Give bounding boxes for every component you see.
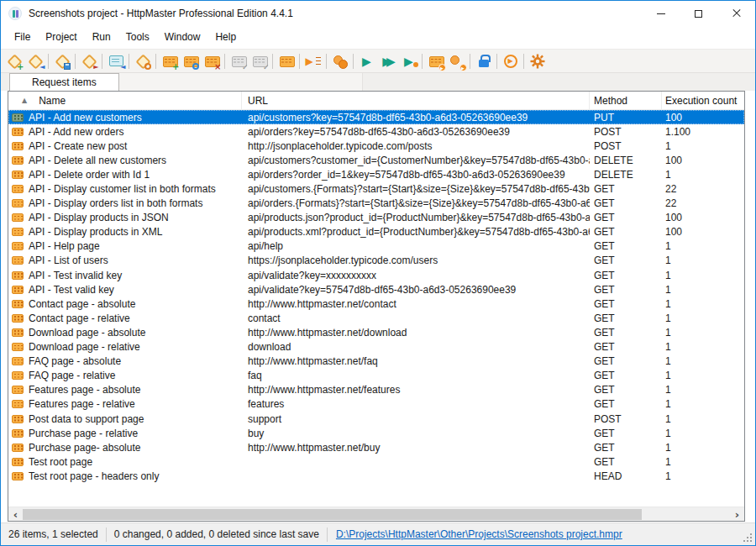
row-method: GET [590, 398, 662, 410]
menu-file[interactable]: File [7, 26, 38, 49]
row-method: GET [590, 240, 662, 252]
minimize-icon [657, 13, 665, 14]
column-header-execution-count[interactable]: Execution count [662, 92, 744, 109]
row-method: GET [590, 341, 662, 353]
request-item-icon [12, 256, 24, 265]
table-row[interactable]: API - Add new customers api/customers?ke… [8, 110, 744, 124]
row-execution-count: 1 [662, 255, 744, 266]
row-url: http://jsonplaceholder.typicode.com/post… [242, 140, 590, 152]
close-button[interactable] [717, 1, 755, 26]
table-row[interactable]: Features page - absolute http://www.http… [8, 383, 744, 397]
row-execution-count: 22 [662, 183, 744, 195]
table-row[interactable]: API - Test invalid key api/validate?key=… [8, 268, 744, 282]
execute-with-data-button[interactable]: ▶ [398, 50, 419, 71]
row-name: API - Display orders list in both format… [29, 197, 202, 209]
row-name: API - Test invalid key [29, 270, 122, 281]
table-row[interactable]: API - Delete all new customers api/custo… [8, 153, 744, 167]
menu-run[interactable]: Run [85, 26, 118, 49]
menu-help[interactable]: Help [207, 26, 244, 49]
row-method: GET [590, 298, 662, 310]
table-row[interactable]: API - Display customer list in both form… [8, 181, 744, 196]
resize-grip[interactable] [750, 540, 752, 542]
table-row[interactable]: FAQ page - relative faq GET 1 [8, 369, 744, 383]
tab-request-items[interactable]: Request items [9, 73, 119, 91]
table-row[interactable]: Purchase page - relative buy GET 1 [8, 426, 744, 440]
column-header-method[interactable]: Method [590, 92, 662, 109]
add-request-item-button[interactable]: + [159, 50, 180, 71]
row-name: Features page - absolute [29, 384, 140, 396]
request-item-icon [12, 314, 24, 323]
table-row[interactable]: API - Display products in XML api/produc… [8, 225, 744, 239]
row-method: GET [590, 183, 662, 195]
add-request-item-icon: + [161, 53, 178, 70]
execution-runner-button[interactable]: ▶ [500, 50, 521, 71]
minimize-button[interactable] [642, 1, 680, 26]
scroll-right-button[interactable]: › [730, 507, 744, 522]
request-item-icon [12, 371, 24, 380]
run-execution-chain-button[interactable]: ▶ [302, 50, 323, 71]
row-execution-count: 1 [662, 327, 744, 339]
request-items-overview-button[interactable] [276, 50, 297, 71]
open-project-icon: ◄ [27, 53, 44, 70]
new-project-button[interactable]: + [3, 50, 24, 71]
menu-project[interactable]: Project [38, 26, 84, 49]
row-execution-count: 1 [662, 456, 744, 468]
row-name: API - Add new customers [29, 112, 142, 123]
row-name: Contact page - relative [29, 312, 130, 324]
menu-window[interactable]: Window [157, 26, 208, 49]
menu-tools[interactable]: Tools [118, 26, 157, 49]
table-row[interactable]: API - Display orders list in both format… [8, 197, 744, 211]
table-row[interactable]: FAQ page - absolute http://www.httpmaste… [8, 354, 744, 369]
delete-request-item-button[interactable]: × [201, 50, 222, 71]
validate-request-item-button[interactable]: ✓ [228, 50, 249, 71]
save-project-button[interactable] [51, 50, 72, 71]
request-item-icon [12, 415, 24, 423]
data-execution-history-button[interactable]: ▶ [446, 50, 467, 71]
table-row[interactable]: Contact page - relative contact GET 1 [8, 311, 744, 325]
row-name: API - Help page [29, 240, 100, 252]
table-row[interactable]: Test root page - headers only HEAD 1 [8, 469, 744, 483]
execute-all-items-button[interactable]: ▶▶ [377, 50, 398, 71]
maximize-button[interactable] [680, 1, 717, 26]
project-data-button[interactable] [329, 50, 350, 71]
item-execution-history-button[interactable]: ▶ [425, 50, 446, 71]
execute-item-button[interactable]: ▶ [356, 50, 377, 71]
scrollbar-thumb[interactable] [23, 509, 642, 520]
table-row[interactable]: API - Delete order with Id 1 api/orders?… [8, 167, 744, 181]
configure-request-item-button[interactable] [180, 50, 201, 71]
program-options-button[interactable] [527, 50, 548, 71]
request-item-icon [12, 386, 24, 394]
table-row[interactable]: Contact page - absolute http://www.httpm… [8, 297, 744, 311]
table-row[interactable]: API - Help page api/help GET 1 [8, 239, 744, 254]
column-header-url[interactable]: URL [242, 92, 590, 109]
data-execution-history-icon: ▶ [449, 53, 465, 70]
row-url: api/validate?key=xxxxxxxxxx [242, 270, 590, 281]
validate-all-items-button[interactable]: ✓ [249, 50, 270, 71]
scroll-left-button[interactable]: ‹ [8, 507, 23, 522]
table-row[interactable]: API - Create new post http://jsonplaceho… [8, 139, 744, 153]
project-notes-button[interactable]: ◄ [105, 50, 126, 71]
project-file-link[interactable]: D:\Projects\HttpMaster\Other\Projects\Sc… [328, 528, 631, 540]
table-row[interactable]: API - Display products in JSON api/produ… [8, 211, 744, 225]
open-project-button[interactable]: ◄ [24, 50, 45, 71]
close-project-button[interactable]: ► [78, 50, 99, 71]
row-name: API - Test valid key [29, 284, 114, 296]
column-header-name[interactable]: ▲ Name [8, 92, 242, 109]
table-row[interactable]: Post data to support page support POST 1 [8, 412, 744, 426]
row-url: http://www.httpmaster.net/faq [242, 355, 590, 367]
encryption-button[interactable] [473, 50, 494, 71]
table-row[interactable]: Download page - absolute http://www.http… [8, 325, 744, 339]
row-name: Test root page - headers only [29, 470, 159, 482]
table-row[interactable]: API - List of users https://jsonplacehol… [8, 254, 744, 268]
table-row[interactable]: API - Test valid key api/validate?key=57… [8, 282, 744, 297]
table-row[interactable]: Download page - relative download GET 1 [8, 340, 744, 354]
project-properties-button[interactable] [132, 50, 153, 71]
row-name: Test root page [29, 456, 92, 468]
row-execution-count: 100 [662, 212, 744, 223]
table-row[interactable]: Features page - relative features GET 1 [8, 397, 744, 412]
table-row[interactable]: Test root page GET 1 [8, 454, 744, 469]
request-item-icon [12, 113, 24, 122]
table-row[interactable]: Purchase page- absolute http://www.httpm… [8, 440, 744, 454]
row-method: GET [590, 284, 662, 296]
table-row[interactable]: API - Add new orders api/orders?key=5754… [8, 124, 744, 139]
